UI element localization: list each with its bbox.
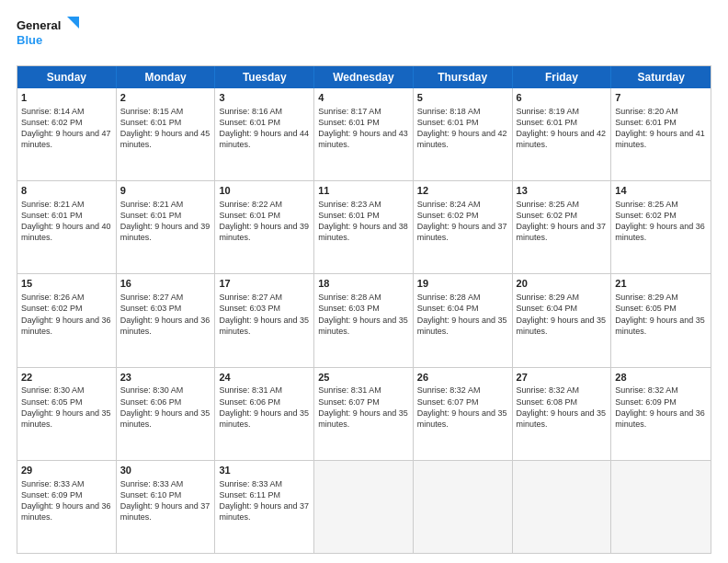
daylight-label: Daylight: 9 hours and 38 minutes. bbox=[318, 221, 409, 243]
sunset-info: Sunset: 6:10 PM bbox=[120, 489, 211, 500]
day-cell-29: 29 Sunrise: 8:33 AM Sunset: 6:09 PM Dayl… bbox=[17, 461, 117, 553]
day-number: 1 bbox=[21, 91, 112, 105]
day-number: 13 bbox=[517, 184, 608, 198]
day-number: 27 bbox=[517, 371, 608, 385]
day-number: 26 bbox=[417, 371, 508, 385]
sunrise-info: Sunrise: 8:18 AM bbox=[417, 106, 508, 117]
day-cell-22: 22 Sunrise: 8:30 AM Sunset: 6:05 PM Dayl… bbox=[17, 368, 117, 460]
sunset-info: Sunset: 6:01 PM bbox=[219, 210, 310, 221]
day-number: 15 bbox=[21, 277, 112, 291]
day-cell-14: 14 Sunrise: 8:25 AM Sunset: 6:02 PM Dayl… bbox=[611, 181, 711, 273]
sunset-info: Sunset: 6:07 PM bbox=[318, 396, 409, 408]
sunset-info: Sunset: 6:03 PM bbox=[219, 303, 310, 314]
day-cell-7: 7 Sunrise: 8:20 AM Sunset: 6:01 PM Dayli… bbox=[611, 88, 711, 180]
day-cell-26: 26 Sunrise: 8:32 AM Sunset: 6:07 PM Dayl… bbox=[414, 368, 513, 460]
sunset-info: Sunset: 6:01 PM bbox=[517, 117, 608, 128]
day-cell-2: 2 Sunrise: 8:15 AM Sunset: 6:01 PM Dayli… bbox=[117, 88, 216, 180]
sunset-info: Sunset: 6:01 PM bbox=[615, 117, 707, 128]
sunrise-info: Sunrise: 8:32 AM bbox=[615, 385, 707, 396]
day-cell-8: 8 Sunrise: 8:21 AM Sunset: 6:01 PM Dayli… bbox=[17, 181, 117, 273]
sunrise-info: Sunrise: 8:25 AM bbox=[615, 199, 707, 210]
weekday-header-saturday: Saturday bbox=[611, 66, 711, 88]
sunrise-info: Sunrise: 8:25 AM bbox=[517, 199, 608, 210]
calendar: SundayMondayTuesdayWednesdayThursdayFrid… bbox=[17, 65, 711, 554]
daylight-label: Daylight: 9 hours and 35 minutes. bbox=[120, 408, 211, 430]
daylight-label: Daylight: 9 hours and 35 minutes. bbox=[517, 315, 608, 337]
day-number: 2 bbox=[120, 91, 211, 105]
sunset-info: Sunset: 6:02 PM bbox=[21, 303, 112, 314]
weekday-header-sunday: Sunday bbox=[17, 66, 117, 88]
daylight-label: Daylight: 9 hours and 37 minutes. bbox=[417, 221, 508, 243]
day-number: 3 bbox=[219, 91, 310, 105]
sunrise-info: Sunrise: 8:15 AM bbox=[120, 106, 211, 117]
sunrise-info: Sunrise: 8:14 AM bbox=[21, 106, 112, 117]
sunset-info: Sunset: 6:01 PM bbox=[120, 210, 211, 221]
daylight-label: Daylight: 9 hours and 36 minutes. bbox=[615, 221, 707, 243]
daylight-label: Daylight: 9 hours and 36 minutes. bbox=[120, 315, 211, 337]
sunrise-info: Sunrise: 8:30 AM bbox=[21, 385, 112, 396]
day-cell-16: 16 Sunrise: 8:27 AM Sunset: 6:03 PM Dayl… bbox=[117, 274, 216, 366]
sunset-info: Sunset: 6:09 PM bbox=[615, 396, 707, 408]
sunrise-info: Sunrise: 8:21 AM bbox=[120, 199, 211, 210]
day-number: 12 bbox=[417, 184, 508, 198]
day-cell-1: 1 Sunrise: 8:14 AM Sunset: 6:02 PM Dayli… bbox=[17, 88, 117, 180]
day-cell-3: 3 Sunrise: 8:16 AM Sunset: 6:01 PM Dayli… bbox=[215, 88, 314, 180]
daylight-label: Daylight: 9 hours and 42 minutes. bbox=[517, 128, 608, 150]
sunset-info: Sunset: 6:05 PM bbox=[21, 396, 112, 408]
day-cell-5: 5 Sunrise: 8:18 AM Sunset: 6:01 PM Dayli… bbox=[414, 88, 513, 180]
sunrise-info: Sunrise: 8:33 AM bbox=[21, 478, 112, 489]
sunrise-info: Sunrise: 8:32 AM bbox=[417, 385, 508, 396]
sunrise-info: Sunrise: 8:27 AM bbox=[219, 292, 310, 303]
sunrise-info: Sunrise: 8:31 AM bbox=[318, 385, 409, 396]
svg-marker-2 bbox=[67, 17, 79, 29]
sunrise-info: Sunrise: 8:30 AM bbox=[120, 385, 211, 396]
day-number: 11 bbox=[318, 184, 409, 198]
daylight-label: Daylight: 9 hours and 43 minutes. bbox=[318, 128, 409, 150]
daylight-label: Daylight: 9 hours and 35 minutes. bbox=[318, 408, 409, 430]
day-number: 25 bbox=[318, 371, 409, 385]
calendar-row-4: 22 Sunrise: 8:30 AM Sunset: 6:05 PM Dayl… bbox=[17, 367, 711, 460]
day-cell-4: 4 Sunrise: 8:17 AM Sunset: 6:01 PM Dayli… bbox=[314, 88, 414, 180]
day-number: 10 bbox=[219, 184, 310, 198]
day-number: 14 bbox=[615, 184, 707, 198]
sunset-info: Sunset: 6:06 PM bbox=[120, 396, 211, 408]
svg-text:Blue: Blue bbox=[17, 33, 42, 47]
day-number: 9 bbox=[120, 184, 211, 198]
daylight-label: Daylight: 9 hours and 35 minutes. bbox=[219, 315, 310, 337]
day-cell-20: 20 Sunrise: 8:29 AM Sunset: 6:04 PM Dayl… bbox=[513, 274, 612, 366]
daylight-label: Daylight: 9 hours and 39 minutes. bbox=[219, 221, 310, 243]
sunrise-info: Sunrise: 8:29 AM bbox=[517, 292, 608, 303]
day-number: 30 bbox=[120, 464, 211, 477]
daylight-label: Daylight: 9 hours and 47 minutes. bbox=[21, 128, 112, 150]
sunrise-info: Sunrise: 8:21 AM bbox=[21, 199, 112, 210]
sunset-info: Sunset: 6:01 PM bbox=[219, 117, 310, 128]
daylight-label: Daylight: 9 hours and 35 minutes. bbox=[417, 408, 508, 430]
day-cell-10: 10 Sunrise: 8:22 AM Sunset: 6:01 PM Dayl… bbox=[215, 181, 314, 273]
daylight-label: Daylight: 9 hours and 35 minutes. bbox=[21, 408, 112, 430]
daylight-label: Daylight: 9 hours and 44 minutes. bbox=[219, 128, 310, 150]
day-cell-23: 23 Sunrise: 8:30 AM Sunset: 6:06 PM Dayl… bbox=[117, 368, 216, 460]
weekday-header-thursday: Thursday bbox=[414, 66, 513, 88]
sunrise-info: Sunrise: 8:28 AM bbox=[318, 292, 409, 303]
daylight-label: Daylight: 9 hours and 45 minutes. bbox=[120, 128, 211, 150]
daylight-label: Daylight: 9 hours and 35 minutes. bbox=[517, 408, 608, 430]
sunset-info: Sunset: 6:11 PM bbox=[219, 489, 310, 500]
daylight-label: Daylight: 9 hours and 35 minutes. bbox=[417, 315, 508, 337]
daylight-label: Daylight: 9 hours and 40 minutes. bbox=[21, 221, 112, 243]
sunrise-info: Sunrise: 8:23 AM bbox=[318, 199, 409, 210]
sunset-info: Sunset: 6:04 PM bbox=[417, 303, 508, 314]
logo: General Blue bbox=[17, 15, 81, 56]
empty-cell bbox=[414, 461, 513, 553]
calendar-body: 1 Sunrise: 8:14 AM Sunset: 6:02 PM Dayli… bbox=[17, 88, 711, 553]
sunrise-info: Sunrise: 8:17 AM bbox=[318, 106, 409, 117]
empty-cell bbox=[611, 461, 711, 553]
sunset-info: Sunset: 6:02 PM bbox=[615, 210, 707, 221]
sunrise-info: Sunrise: 8:31 AM bbox=[219, 385, 310, 396]
sunset-info: Sunset: 6:08 PM bbox=[517, 396, 608, 408]
day-number: 4 bbox=[318, 91, 409, 105]
sunrise-info: Sunrise: 8:16 AM bbox=[219, 106, 310, 117]
sunset-info: Sunset: 6:04 PM bbox=[517, 303, 608, 314]
day-number: 21 bbox=[615, 277, 707, 291]
sunset-info: Sunset: 6:01 PM bbox=[417, 117, 508, 128]
sunrise-info: Sunrise: 8:19 AM bbox=[517, 106, 608, 117]
